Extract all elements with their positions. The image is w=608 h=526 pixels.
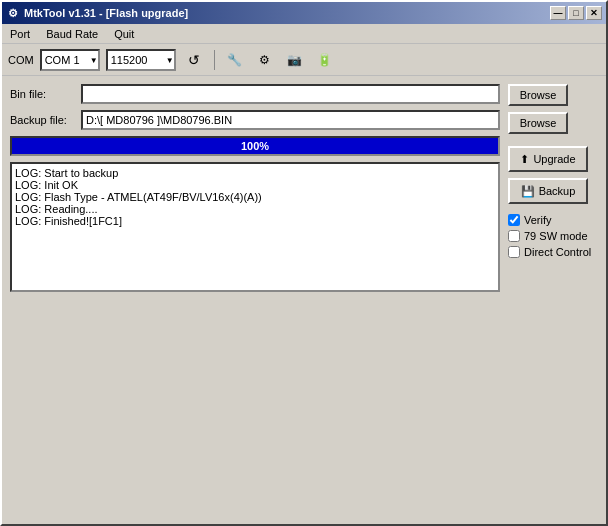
- com-select[interactable]: COM 1 COM 2 COM 3 COM 4: [40, 49, 100, 71]
- tool1-button[interactable]: 🔧: [223, 48, 247, 72]
- progress-bar-container: 100%: [10, 136, 500, 156]
- log-area[interactable]: LOG: Start to backup LOG: Init OK LOG: F…: [10, 162, 500, 292]
- bin-file-select[interactable]: [81, 84, 500, 104]
- direct-control-row: Direct Control: [508, 246, 598, 258]
- log-line-1: LOG: Start to backup: [15, 167, 495, 179]
- browse-backup-button[interactable]: Browse: [508, 112, 568, 134]
- refresh-icon: ↺: [188, 52, 200, 68]
- backup-file-row: Backup file:: [10, 110, 500, 130]
- menu-quit[interactable]: Quit: [110, 27, 138, 41]
- browse-backup-label: Browse: [520, 117, 557, 129]
- title-bar-left: ⚙ MtkTool v1.31 - [Flash upgrade]: [6, 6, 188, 20]
- browse-bin-button[interactable]: Browse: [508, 84, 568, 106]
- tool4-button[interactable]: 🔋: [313, 48, 337, 72]
- menu-baud-rate[interactable]: Baud Rate: [42, 27, 102, 41]
- left-panel: Bin file: Backup file: 100%: [10, 84, 500, 292]
- backup-icon: 💾: [521, 185, 535, 198]
- progress-text: 100%: [12, 138, 498, 154]
- checkbox-group: Verify 79 SW mode Direct Control: [508, 214, 598, 258]
- upgrade-icon: ⬆: [520, 153, 529, 166]
- gear-icon: ⚙: [259, 53, 270, 67]
- toolbar: COM COM 1 COM 2 COM 3 COM 4 9600 19200 3…: [2, 44, 606, 76]
- direct-control-checkbox[interactable]: [508, 246, 520, 258]
- verify-row: Verify: [508, 214, 598, 226]
- direct-control-label[interactable]: Direct Control: [524, 246, 591, 258]
- close-button[interactable]: ✕: [586, 6, 602, 20]
- sw-mode-row: 79 SW mode: [508, 230, 598, 242]
- baud-select-wrapper: 9600 19200 38400 57600 115200: [106, 49, 176, 71]
- log-line-3: LOG: Flash Type - ATMEL(AT49F/BV/LV16x(4…: [15, 191, 495, 203]
- camera-icon: 📷: [287, 53, 302, 67]
- baud-select[interactable]: 9600 19200 38400 57600 115200: [106, 49, 176, 71]
- backup-file-label: Backup file:: [10, 114, 75, 126]
- com-label: COM: [8, 54, 34, 66]
- log-line-5: LOG: Finished![1FC1]: [15, 215, 495, 227]
- sw-mode-label[interactable]: 79 SW mode: [524, 230, 588, 242]
- menu-port[interactable]: Port: [6, 27, 34, 41]
- maximize-button[interactable]: □: [568, 6, 584, 20]
- browse-bin-label: Browse: [520, 89, 557, 101]
- log-line-2: LOG: Init OK: [15, 179, 495, 191]
- backup-file-input[interactable]: [81, 110, 500, 130]
- app-icon: ⚙: [6, 6, 20, 20]
- sw-mode-checkbox[interactable]: [508, 230, 520, 242]
- bin-file-label: Bin file:: [10, 88, 75, 100]
- verify-checkbox[interactable]: [508, 214, 520, 226]
- battery-icon: 🔋: [317, 53, 332, 67]
- title-bar: ⚙ MtkTool v1.31 - [Flash upgrade] — □ ✕: [2, 2, 606, 24]
- backup-button[interactable]: 💾 Backup: [508, 178, 588, 204]
- upgrade-label: Upgrade: [533, 153, 575, 165]
- tool3-button[interactable]: 📷: [283, 48, 307, 72]
- minimize-button[interactable]: —: [550, 6, 566, 20]
- wrench-icon: 🔧: [227, 53, 242, 67]
- log-line-4: LOG: Reading....: [15, 203, 495, 215]
- right-panel: Browse Browse ⬆ Upgrade 💾 Backup: [508, 84, 598, 292]
- refresh-button[interactable]: ↺: [182, 48, 206, 72]
- toolbar-separator: [214, 50, 215, 70]
- menu-bar: Port Baud Rate Quit: [2, 24, 606, 44]
- title-buttons: — □ ✕: [550, 6, 602, 20]
- tool2-button[interactable]: ⚙: [253, 48, 277, 72]
- window-title: MtkTool v1.31 - [Flash upgrade]: [24, 7, 188, 19]
- bin-file-row: Bin file:: [10, 84, 500, 104]
- main-content: Bin file: Backup file: 100%: [10, 84, 598, 292]
- com-select-wrapper: COM 1 COM 2 COM 3 COM 4: [40, 49, 100, 71]
- content-area: Bin file: Backup file: 100%: [2, 76, 606, 524]
- backup-label: Backup: [539, 185, 576, 197]
- main-window: ⚙ MtkTool v1.31 - [Flash upgrade] — □ ✕ …: [0, 0, 608, 526]
- upgrade-button[interactable]: ⬆ Upgrade: [508, 146, 588, 172]
- verify-label[interactable]: Verify: [524, 214, 552, 226]
